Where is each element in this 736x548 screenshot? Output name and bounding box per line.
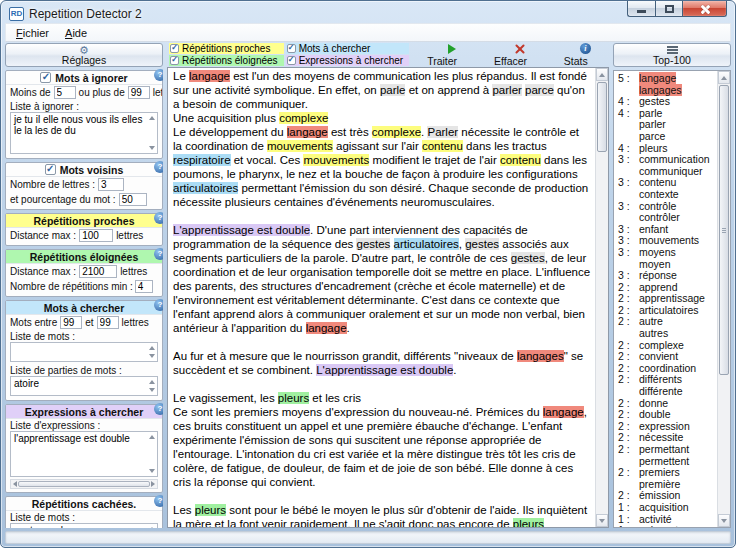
text-paragraph[interactable]: Le développement du langage est très com…: [173, 125, 591, 209]
text-paragraph[interactable]: [173, 377, 591, 391]
highlight-yellow[interactable]: complexe: [279, 112, 328, 124]
text-paragraph[interactable]: [173, 489, 591, 503]
title-bar[interactable]: RD Repetition Detector 2: [1, 1, 735, 23]
highlight-red[interactable]: langage: [306, 322, 347, 334]
scroll-down-icon[interactable]: [149, 146, 155, 150]
highlight-yellow[interactable]: contenu: [422, 140, 463, 152]
maximize-button[interactable]: [655, 1, 683, 17]
text-paragraph[interactable]: Au fur et à mesure que le nourrisson gra…: [173, 349, 591, 377]
menu-fichier[interactable]: Fichier: [8, 25, 57, 41]
expressions-textarea[interactable]: l'apprentissage est double: [11, 432, 157, 476]
help-icon[interactable]: ?: [154, 299, 163, 311]
text-paragraph[interactable]: Le vagissement, les pleurs et les cris: [173, 391, 591, 405]
filter-chip[interactable]: ✓Expressions à chercher: [286, 55, 410, 66]
filter-chip[interactable]: ✓Répétitions proches: [169, 43, 284, 54]
textarea-scrollbar[interactable]: [147, 433, 156, 475]
near-distance-input[interactable]: [79, 229, 113, 242]
checkbox-checked-icon[interactable]: ✓: [40, 72, 51, 83]
highlight-red[interactable]: langage: [189, 70, 230, 82]
scroll-right-icon[interactable]: [151, 481, 155, 487]
editor-text[interactable]: Le langage est l'un des moyens de commun…: [168, 68, 595, 527]
scroll-up-icon[interactable]: [149, 380, 155, 384]
scroll-up-button[interactable]: [718, 71, 730, 84]
highlight-green[interactable]: pleurs: [513, 518, 544, 527]
filter-chip[interactable]: ✓Mots à chercher: [286, 43, 410, 54]
scroll-down-icon[interactable]: [149, 388, 155, 392]
scrollbar-thumb[interactable]: [597, 82, 607, 152]
text-paragraph[interactable]: Le langage est l'un des moyens de commun…: [173, 69, 591, 111]
highlight-green[interactable]: pleurs: [278, 392, 309, 404]
ignore-list-textarea[interactable]: je tu il elle nous vous ils elles le la …: [11, 113, 157, 153]
text-paragraph[interactable]: L'apprentissage est double. D'une part i…: [173, 223, 591, 335]
text-paragraph[interactable]: Une acquisition plus complexe: [173, 111, 591, 125]
help-icon[interactable]: ?: [154, 403, 163, 415]
checkbox-checked-icon[interactable]: ✓: [170, 44, 179, 53]
text-paragraph[interactable]: [173, 209, 591, 223]
far-distance-input[interactable]: [79, 265, 117, 278]
highlight-purple[interactable]: L'apprentissage est double: [316, 364, 453, 376]
highlight-gray[interactable]: parle: [380, 84, 406, 96]
help-icon[interactable]: ?: [154, 69, 163, 81]
highlight-yellow[interactable]: complexe: [372, 126, 421, 138]
top100-item[interactable]: 5 :langage: [618, 73, 717, 85]
help-icon[interactable]: ?: [154, 495, 163, 507]
text-paragraph[interactable]: Ce sont les premiers moyens d'expression…: [173, 405, 591, 489]
top100-item[interactable]: parler: [618, 119, 717, 131]
highlight-gray[interactable]: parler: [492, 84, 521, 96]
checkbox-checked-icon[interactable]: ✓: [170, 56, 179, 65]
scrollbar-thumb[interactable]: [18, 481, 150, 487]
word-percentage-input[interactable]: [119, 193, 147, 206]
help-icon[interactable]: ?: [154, 248, 163, 260]
top100-item[interactable]: 1 :agissant: [618, 525, 717, 527]
highlight-red[interactable]: langages: [517, 350, 564, 362]
top100-scrollbar[interactable]: [717, 71, 730, 527]
reglages-button[interactable]: ⚙ Réglages: [5, 43, 163, 67]
min-repetitions-input[interactable]: [135, 280, 153, 293]
highlight-red[interactable]: langage: [287, 126, 328, 138]
scrollbar-thumb[interactable]: [719, 85, 729, 375]
highlight-green[interactable]: pleurs: [195, 504, 226, 516]
scroll-up-button[interactable]: [596, 68, 608, 81]
checkbox-checked-icon[interactable]: ✓: [287, 56, 296, 65]
scroll-up-icon[interactable]: [149, 435, 155, 439]
highlight-yellow[interactable]: mouvements: [267, 140, 333, 152]
filter-chip[interactable]: ✓Répétitions éloignées: [169, 55, 284, 66]
help-icon[interactable]: ?: [154, 212, 163, 224]
help-icon[interactable]: ?: [154, 161, 163, 173]
highlight-gray[interactable]: gestes: [356, 238, 390, 250]
max-letters-input[interactable]: [128, 86, 150, 99]
scroll-up-icon[interactable]: [149, 527, 155, 528]
highlight-gray[interactable]: Parler: [427, 126, 458, 138]
scroll-down-button[interactable]: [718, 514, 730, 527]
highlight-purple[interactable]: L'apprentissage est double: [173, 224, 310, 236]
menu-aide[interactable]: Aide: [57, 25, 95, 41]
scroll-up-icon[interactable]: [149, 116, 155, 120]
highlight-gray[interactable]: gestes: [465, 238, 499, 250]
search-max-letters-input[interactable]: [97, 316, 119, 329]
textarea-scrollbar[interactable]: [147, 525, 156, 528]
search-min-letters-input[interactable]: [60, 316, 82, 329]
text-paragraph[interactable]: [173, 335, 591, 349]
hidden-words-textarea[interactable]: gestes parle: [11, 524, 157, 528]
word-parts-textarea[interactable]: atoire: [11, 377, 157, 395]
textarea-scrollbar[interactable]: [147, 114, 156, 152]
top100-button[interactable]: Top-100: [613, 43, 731, 67]
highlight-blue[interactable]: articulatoires: [394, 238, 459, 250]
textarea-scrollbar[interactable]: [147, 378, 156, 394]
scroll-up-icon[interactable]: [149, 346, 155, 350]
highlight-red[interactable]: langage: [543, 406, 584, 418]
scroll-down-button[interactable]: [596, 514, 608, 527]
text-paragraph[interactable]: Les pleurs sont pour le bébé le moyen le…: [173, 503, 591, 527]
min-letters-input[interactable]: [54, 86, 76, 99]
horizontal-scrollbar[interactable]: [10, 479, 158, 489]
editor-scrollbar[interactable]: [595, 68, 608, 527]
textarea-scrollbar[interactable]: [147, 344, 156, 360]
top100-item[interactable]: 4 :gestes: [618, 96, 717, 108]
scroll-down-icon[interactable]: [149, 469, 155, 473]
highlight-gray[interactable]: parce: [525, 84, 554, 96]
highlight-yellow[interactable]: contenu: [500, 154, 541, 166]
checkbox-checked-icon[interactable]: ✓: [287, 44, 296, 53]
highlight-gray[interactable]: gestes: [511, 252, 545, 264]
minimize-button[interactable]: [627, 1, 655, 17]
word-list-textarea[interactable]: [11, 343, 157, 361]
